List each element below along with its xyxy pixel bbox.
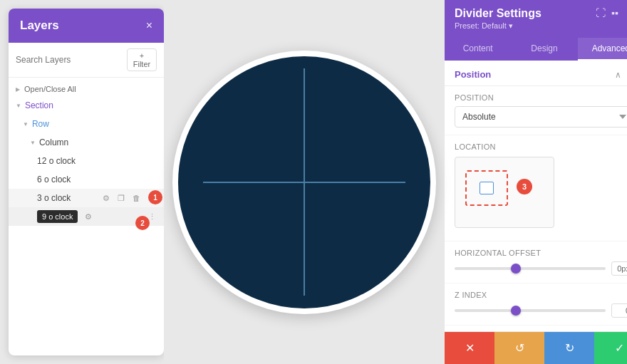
position-section-controls: ∧ ⋮ [615,70,627,80]
12oclock-copy-icon[interactable]: ❐ [114,155,127,167]
12oclock-settings-icon[interactable]: ⚙ [98,155,111,167]
horizontal-divider-line [203,182,405,183]
row-copy-icon[interactable]: ❐ [114,118,127,130]
z-index-slider-row: 0 [455,303,627,318]
z-index-slider[interactable] [455,309,606,312]
layers-close-button[interactable]: × [146,19,152,32]
layer-9oclock[interactable]: 9 o clock ⚙ 2 ⋮ [9,207,164,226]
3oclock-icons: ⚙ ❐ 🗑 [100,192,142,204]
location-field-label: Location [455,142,627,151]
6oclock-settings-icon[interactable]: ⚙ [98,173,111,186]
6oclock-more-icon[interactable]: ⋮ [145,173,158,186]
cancel-button[interactable]: ✕ [445,332,494,364]
redo-button[interactable]: ↻ [544,332,594,364]
horizontal-offset-slider[interactable] [455,267,606,270]
position-select[interactable]: Absolute Default Fixed Relative [455,106,627,128]
section-settings-icon[interactable]: ⚙ [98,99,111,112]
z-index-label: Z Index [455,291,627,299]
12oclock-label: 12 o clock [37,156,98,166]
layers-search-row: + Filter [9,43,164,78]
settings-header: Divider Settings Preset: Default ▾ ⛶ ▪▪ … [445,0,627,38]
grid-dashed-border [465,170,508,206]
section-copy-icon[interactable]: ❐ [114,99,127,112]
section-delete-icon[interactable]: 🗑 [130,99,142,112]
open-close-all[interactable]: Open/Close All [9,82,164,96]
settings-title: Divider Settings [455,7,542,20]
undo-button[interactable]: ↺ [494,332,544,364]
tab-advanced[interactable]: Advanced [578,38,627,61]
position-collapse-icon[interactable]: ∧ [615,70,621,80]
position-field-group: Position Absolute Default Fixed Relative [445,86,627,135]
canvas-area [164,0,445,364]
layers-search-input[interactable] [16,55,123,65]
fullscreen-icon[interactable]: ⛶ [596,7,606,19]
badge-2: 2 [135,216,150,230]
row-more-icon[interactable]: ⋮ [145,118,158,130]
3oclock-copy-icon[interactable]: ❐ [115,192,128,204]
9oclock-icons: ⚙ [82,210,95,223]
horizontal-offset-label: Horizontal Offset [455,249,627,257]
12oclock-delete-icon[interactable]: 🗑 [130,155,142,167]
6oclock-label: 6 o clock [37,175,98,184]
section-more-icon[interactable]: ⋮ [145,99,158,112]
layer-3oclock[interactable]: 3 o clock ⚙ ❐ 🗑 1 [9,189,164,207]
column-more-icon[interactable]: ⋮ [145,136,158,149]
section-toggle-icon: ▼ [16,103,21,109]
column-label: Column [39,137,98,147]
3oclock-delete-icon[interactable]: 🗑 [130,192,142,204]
3oclock-settings-icon[interactable]: ⚙ [100,192,113,204]
settings-header-icons: ⛶ ▪▪ ⋮ [596,7,627,19]
action-bar: ✕ ↺ ↻ ✓ [445,331,627,364]
settings-preset[interactable]: Preset: Default ▾ [455,21,542,31]
position-section-header: Position ∧ ⋮ [445,61,627,86]
location-field-group: Location 3 [445,135,627,241]
horizontal-offset-slider-row: 0px [455,261,627,276]
column-settings-icon[interactable]: ⚙ [98,136,111,149]
3oclock-label: 3 o clock [37,193,100,203]
row-delete-icon[interactable]: 🗑 [130,118,142,130]
row-toggle-icon: ▼ [23,121,28,128]
layers-title: Layers [20,19,59,33]
grid-position-box [480,182,494,194]
layer-12oclock[interactable]: 12 o clock ⚙ ❐ 🗑 ⋮ [9,152,164,170]
badge-3: 3 [517,179,532,194]
settings-panel: Divider Settings Preset: Default ▾ ⛶ ▪▪ … [445,0,627,364]
section-label: Section [25,100,98,110]
position-field-label: Position [455,93,627,102]
layer-column[interactable]: ▼ Column ⚙ ❐ 🗑 ⋮ [9,133,164,152]
12oclock-more-icon[interactable]: ⋮ [145,155,158,167]
layers-body: Open/Close All ▼ Section ⚙ ❐ 🗑 ⋮ ▼ Row ⚙… [9,78,164,355]
position-grid: 3 [455,157,554,228]
settings-tabs: Content Design Advanced [445,38,627,61]
9oclock-settings-icon[interactable]: ⚙ [82,210,95,223]
layer-row[interactable]: ▼ Row ⚙ ❐ 🗑 ⋮ [9,115,164,133]
layout-icon[interactable]: ▪▪ [611,7,618,19]
layer-section[interactable]: ▼ Section ⚙ ❐ 🗑 ⋮ [9,96,164,115]
z-index-value: 0 [611,303,627,318]
save-button[interactable]: ✓ [594,332,627,364]
row-settings-icon[interactable]: ⚙ [98,118,111,130]
canvas-circle [172,51,436,314]
column-copy-icon[interactable]: ❐ [114,136,127,149]
position-section-title: Position [455,69,491,80]
settings-header-left: Divider Settings Preset: Default ▾ [455,7,542,31]
tab-content[interactable]: Content [445,38,511,61]
6oclock-delete-icon[interactable]: 🗑 [130,173,142,186]
layer-6oclock[interactable]: 6 o clock ⚙ ❐ 🗑 ⋮ [9,170,164,189]
layers-panel: Layers × + Filter Open/Close All ▼ Secti… [9,9,164,355]
more-options-icon[interactable]: ⋮ [624,7,627,19]
settings-body: Position ∧ ⋮ Position Absolute Default F… [445,61,627,331]
column-toggle-icon: ▼ [30,140,36,146]
tab-design[interactable]: Design [511,38,577,61]
horizontal-offset-value: 0px [611,261,627,276]
6oclock-copy-icon[interactable]: ❐ [114,173,127,186]
row-label: Row [32,119,98,129]
badge-1: 1 [148,190,162,204]
9oclock-tooltip: 9 o clock [37,210,78,223]
z-index-field-group: Z Index 0 [445,284,627,326]
column-delete-icon[interactable]: 🗑 [130,136,142,149]
layers-filter-button[interactable]: + Filter [127,48,157,71]
layers-header: Layers × [9,9,164,43]
horizontal-offset-field-group: Horizontal Offset 0px [445,241,627,284]
